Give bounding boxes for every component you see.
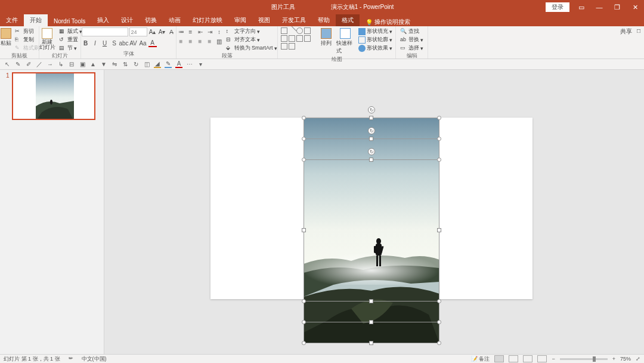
- qat-eyedrop-icon[interactable]: ✎: [14, 61, 21, 68]
- shape-callout-icon[interactable]: [289, 43, 295, 50]
- italic-button[interactable]: I: [91, 39, 100, 47]
- resize-handle[interactable]: [369, 320, 373, 324]
- rotation-handle-icon[interactable]: [368, 148, 375, 155]
- rotation-handle-icon[interactable]: [368, 127, 375, 134]
- ribbon-display-icon[interactable]: ▭: [572, 0, 590, 14]
- quick-style-button[interactable]: 快速样式: [335, 27, 356, 56]
- resize-handle[interactable]: [302, 228, 306, 232]
- resize-handle[interactable]: [302, 137, 306, 141]
- normal-view-button[interactable]: [494, 355, 504, 362]
- shapes-gallery[interactable]: [281, 27, 317, 50]
- tab-help[interactable]: 帮助: [312, 14, 336, 26]
- bold-button[interactable]: B: [82, 39, 90, 47]
- reset-button[interactable]: ↺重置: [59, 36, 82, 44]
- tab-file[interactable]: 文件: [0, 14, 24, 26]
- tab-dev[interactable]: 开发工具: [276, 14, 312, 26]
- slideshow-view-button[interactable]: [537, 355, 547, 362]
- copy-button[interactable]: ⎘复制: [15, 36, 39, 44]
- indent-inc-button[interactable]: ⇥: [206, 27, 214, 36]
- resize-handle[interactable]: [437, 116, 441, 120]
- clear-format-button[interactable]: A̶: [168, 28, 176, 36]
- tab-slideshow[interactable]: 幻灯片放映: [187, 14, 228, 26]
- tab-format[interactable]: 格式: [336, 14, 360, 26]
- font-size-combo[interactable]: 24: [129, 27, 147, 36]
- qat-rotate-icon[interactable]: ↻: [132, 61, 140, 68]
- resize-handle[interactable]: [302, 116, 306, 120]
- format-painter-button[interactable]: ✎格式刷: [15, 44, 39, 52]
- qat-back-icon[interactable]: ▼: [100, 61, 107, 68]
- tab-review[interactable]: 审阅: [228, 14, 252, 26]
- resize-handle[interactable]: [437, 341, 441, 345]
- line-spacing-button[interactable]: ↕: [215, 27, 224, 36]
- shape-star-icon[interactable]: [281, 43, 287, 50]
- restore-icon[interactable]: ❐: [608, 0, 626, 14]
- resize-handle[interactable]: [437, 299, 441, 303]
- shape-fill-button[interactable]: 形状填充▾: [358, 27, 392, 35]
- qat-color-icon[interactable]: A: [175, 61, 182, 68]
- case-button[interactable]: Aa: [139, 39, 147, 47]
- smartart-button[interactable]: ⬙转换为 SmartArt▾: [226, 44, 277, 52]
- shape-brace2-icon[interactable]: [304, 35, 311, 42]
- bullets-button[interactable]: ≔: [177, 27, 185, 36]
- language-status[interactable]: 中文(中国): [82, 355, 107, 363]
- resize-handle[interactable]: [369, 116, 373, 120]
- login-button[interactable]: 登录: [546, 2, 569, 12]
- rotation-handle-icon[interactable]: [368, 106, 375, 113]
- sorter-view-button[interactable]: [509, 355, 518, 362]
- zoom-slider[interactable]: [560, 358, 608, 360]
- qat-fill-icon[interactable]: ◢: [154, 61, 161, 68]
- tab-home[interactable]: 开始: [24, 14, 48, 26]
- resize-handle[interactable]: [437, 228, 441, 232]
- resize-handle[interactable]: [369, 299, 373, 303]
- resize-handle[interactable]: [437, 137, 441, 141]
- new-slide-button[interactable]: 新建 幻灯片: [38, 27, 57, 51]
- section-button[interactable]: ▤节▾: [59, 44, 82, 52]
- qat-outline-icon[interactable]: ✎: [165, 61, 172, 68]
- qat-vflip-icon[interactable]: ⇅: [122, 61, 129, 68]
- shape-arrow-icon[interactable]: [304, 27, 311, 34]
- qat-front-icon[interactable]: ▲: [89, 61, 97, 68]
- indent-dec-button[interactable]: ⇤: [196, 27, 205, 36]
- find-button[interactable]: 🔍查找: [400, 27, 423, 35]
- select-button[interactable]: ▭选择▾: [400, 44, 423, 52]
- selection-box-3[interactable]: [304, 159, 439, 302]
- qat-dropdown-icon[interactable]: ▾: [197, 61, 204, 68]
- strike-button[interactable]: S: [110, 39, 119, 47]
- arrange-button[interactable]: 排列: [320, 27, 333, 48]
- tab-transition[interactable]: 切换: [139, 14, 163, 26]
- shape-brace-icon[interactable]: [296, 35, 303, 42]
- align-right-button[interactable]: ≡: [196, 37, 205, 45]
- qat-align-icon[interactable]: ⊟: [68, 61, 75, 68]
- shape-rect-icon[interactable]: [281, 27, 287, 34]
- replace-button[interactable]: ab替换▾: [400, 36, 423, 44]
- qat-pointer-icon[interactable]: ↖: [4, 61, 11, 68]
- resize-handle[interactable]: [302, 320, 306, 324]
- close-icon[interactable]: ✕: [626, 0, 644, 14]
- minimize-icon[interactable]: —: [590, 0, 608, 14]
- resize-handle[interactable]: [302, 158, 306, 162]
- slide-canvas[interactable]: [104, 70, 644, 354]
- slide-thumbnails-panel[interactable]: 1: [0, 70, 104, 354]
- tab-design[interactable]: 设计: [115, 14, 139, 26]
- shadow-button[interactable]: abc: [120, 39, 128, 47]
- layout-button[interactable]: ▦版式▾: [59, 27, 82, 35]
- resize-handle[interactable]: [369, 137, 373, 141]
- font-color-button[interactable]: A: [148, 39, 157, 47]
- tab-nordri[interactable]: Nordri Tools: [48, 16, 91, 26]
- align-left-button[interactable]: ≡: [177, 37, 185, 45]
- resize-handle[interactable]: [437, 320, 441, 324]
- justify-button[interactable]: ≡: [206, 37, 214, 45]
- resize-handle[interactable]: [302, 341, 306, 345]
- resize-handle[interactable]: [437, 158, 441, 162]
- shape-line-icon[interactable]: [287, 26, 297, 36]
- resize-handle[interactable]: [302, 299, 306, 303]
- numbering-button[interactable]: ≡: [187, 27, 195, 36]
- notes-button[interactable]: 📝 备注: [471, 355, 490, 363]
- grow-font-button[interactable]: A▴: [148, 28, 157, 36]
- fit-window-button[interactable]: ⤢: [636, 356, 640, 362]
- zoom-in-button[interactable]: +: [612, 356, 615, 362]
- cut-button[interactable]: ✂剪切: [15, 27, 39, 35]
- text-direction-button[interactable]: ↕文字方向▾: [226, 27, 277, 35]
- share-button[interactable]: 共享: [620, 27, 632, 36]
- shape-outline-button[interactable]: 形状轮廓▾: [358, 36, 392, 44]
